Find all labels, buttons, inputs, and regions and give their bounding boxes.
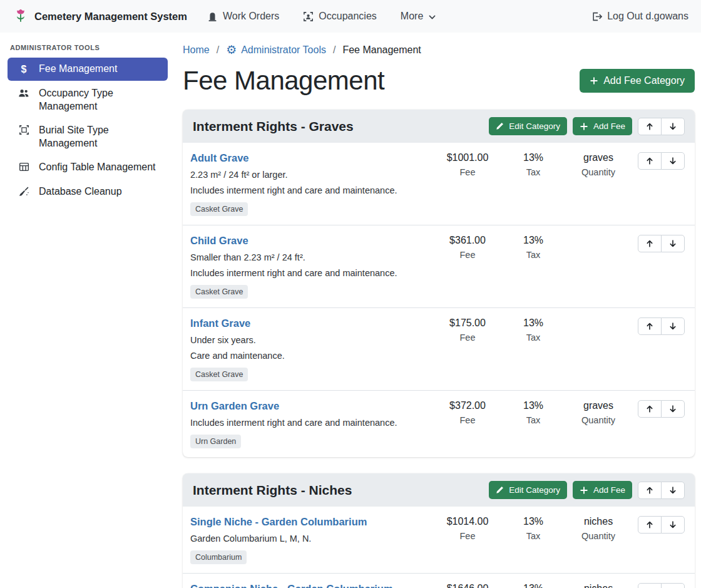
quantity-label: Quantity (566, 167, 631, 177)
add-fee-category-button[interactable]: Add Fee Category (580, 69, 695, 93)
sidebar-item-config-table-management[interactable]: Config Table Management (8, 156, 168, 178)
move-category-up-button[interactable] (638, 118, 662, 135)
occupancies-icon (303, 11, 314, 22)
fee-reorder-group (638, 516, 685, 534)
move-fee-up-button[interactable] (638, 317, 662, 335)
fee-name-link[interactable]: Single Niche - Garden Columbarium (190, 516, 367, 528)
breadcrumb-separator: / (217, 44, 219, 56)
arrow-up-icon (645, 322, 654, 331)
fee-name-link[interactable]: Companion Niche - Garden Columbarium (190, 583, 393, 588)
move-fee-up-button[interactable] (638, 583, 662, 588)
move-fee-up-button[interactable] (638, 152, 662, 170)
move-fee-down-button[interactable] (661, 516, 685, 534)
fee-description-2: Includes interment right and care and ma… (190, 268, 429, 278)
move-category-down-button[interactable] (661, 118, 685, 135)
fee-reorder-group (638, 235, 685, 252)
app-brand[interactable]: Cemetery Management System (13, 8, 187, 24)
move-category-up-button[interactable] (638, 482, 662, 499)
tax-rate: 13% (501, 400, 566, 411)
arrow-down-icon (668, 322, 677, 331)
fee-row: Single Niche - Garden Columbarium Garden… (183, 507, 695, 573)
tax-label: Tax (501, 531, 566, 541)
category-reorder-group (638, 118, 685, 135)
arrow-up-icon (645, 239, 654, 248)
sidebar-item-database-cleanup[interactable]: Database Cleanup (8, 180, 168, 203)
tax-label: Tax (501, 333, 566, 343)
tax-rate: 13% (501, 583, 566, 588)
logout-label: Log Out d.gowans (607, 11, 688, 22)
fee-description-1: Smaller than 2.23 m² / 24 ft². (190, 252, 429, 262)
fee-list: Adult Grave 2.23 m² / 24 ft² or larger. … (183, 143, 695, 457)
breadcrumb-separator: / (333, 44, 335, 56)
arrow-down-icon (668, 157, 677, 165)
fee-description-1: Includes interment right and care and ma… (190, 418, 429, 428)
move-fee-up-button[interactable] (638, 516, 662, 534)
work-orders-icon (207, 11, 218, 22)
category-actions: Edit Category Add Fee (489, 117, 685, 135)
fee-name-link[interactable]: Urn Garden Grave (190, 400, 279, 412)
move-fee-down-button[interactable] (661, 235, 685, 252)
fee-category-card: Interment Rights - Graves Edit Category … (183, 110, 695, 457)
fee-label: Fee (434, 167, 501, 177)
add-fee-button[interactable]: Add Fee (573, 117, 632, 135)
nav-work-orders[interactable]: Work Orders (207, 11, 279, 22)
fee-amount: $372.00 (434, 400, 501, 411)
nav-more[interactable]: More (401, 11, 436, 22)
fee-type-badge: Columbarium (190, 550, 247, 564)
fee-name-link[interactable]: Infant Grave (190, 317, 250, 329)
fee-amount: $175.00 (434, 317, 501, 329)
arrow-down-icon (668, 486, 677, 495)
tax-rate: 13% (501, 516, 566, 527)
category-reorder-group (638, 482, 685, 499)
fee-description-1: 2.23 m² / 24 ft² or larger. (190, 170, 429, 180)
table-icon (18, 162, 30, 172)
fee-name-link[interactable]: Child Grave (190, 235, 248, 247)
plus-icon (580, 486, 588, 495)
dollar-icon: $ (18, 63, 30, 76)
sidebar-item-occupancy-type-management[interactable]: Occupancy Type Management (8, 82, 168, 118)
quantity-unit: niches (566, 583, 631, 588)
move-fee-down-button[interactable] (661, 317, 685, 335)
move-fee-up-button[interactable] (638, 235, 662, 252)
move-fee-down-button[interactable] (661, 583, 685, 588)
tax-label: Tax (501, 415, 566, 425)
fee-label: Fee (434, 531, 501, 541)
arrow-up-icon (645, 486, 654, 495)
sidebar-item-burial-site-type-management[interactable]: Burial Site Type Management (8, 119, 168, 155)
fee-reorder-group (638, 317, 685, 335)
category-title: Interment Rights - Niches (193, 483, 489, 498)
category-header: Interment Rights - Niches Edit Category … (183, 473, 695, 507)
tax-rate: 13% (501, 152, 566, 163)
fee-label: Fee (434, 250, 501, 260)
logout-icon (591, 11, 602, 22)
fee-label: Fee (434, 415, 501, 425)
logout-link[interactable]: Log Out d.gowans (591, 11, 688, 22)
fee-type-badge: Urn Garden (190, 435, 241, 448)
fee-amount: $361.00 (434, 235, 501, 246)
add-fee-button[interactable]: Add Fee (573, 481, 632, 499)
fee-description-1: Garden Columbarium L, M, N. (190, 534, 429, 544)
move-fee-down-button[interactable] (661, 152, 685, 170)
edit-category-button[interactable]: Edit Category (489, 481, 567, 499)
breadcrumb-home-link[interactable]: Home (183, 44, 210, 56)
breadcrumb-admin-tools-link[interactable]: ⚙ Administrator Tools (226, 44, 326, 56)
plus-icon (580, 122, 588, 131)
top-navbar: Cemetery Management System Work Orders O… (0, 0, 701, 33)
move-fee-up-button[interactable] (638, 400, 662, 418)
people-icon (18, 88, 30, 99)
sidebar-heading: ADMINISTRATOR TOOLS (0, 36, 175, 56)
chevron-down-icon (428, 12, 436, 21)
fee-type-badge: Casket Grave (190, 285, 248, 299)
move-fee-down-button[interactable] (661, 400, 685, 418)
fee-list: Single Niche - Garden Columbarium Garden… (183, 507, 695, 588)
edit-category-button[interactable]: Edit Category (489, 117, 567, 135)
tulip-logo-icon (13, 8, 29, 24)
move-category-down-button[interactable] (661, 482, 685, 499)
app-title: Cemetery Management System (34, 11, 187, 23)
nav-occupancies[interactable]: Occupancies (303, 11, 377, 22)
sidebar-item-fee-management[interactable]: $ Fee Management (8, 58, 168, 81)
fee-name-link[interactable]: Adult Grave (190, 152, 249, 164)
fee-reorder-group (638, 400, 685, 418)
fee-label: Fee (434, 333, 501, 343)
arrow-up-icon (645, 520, 654, 529)
